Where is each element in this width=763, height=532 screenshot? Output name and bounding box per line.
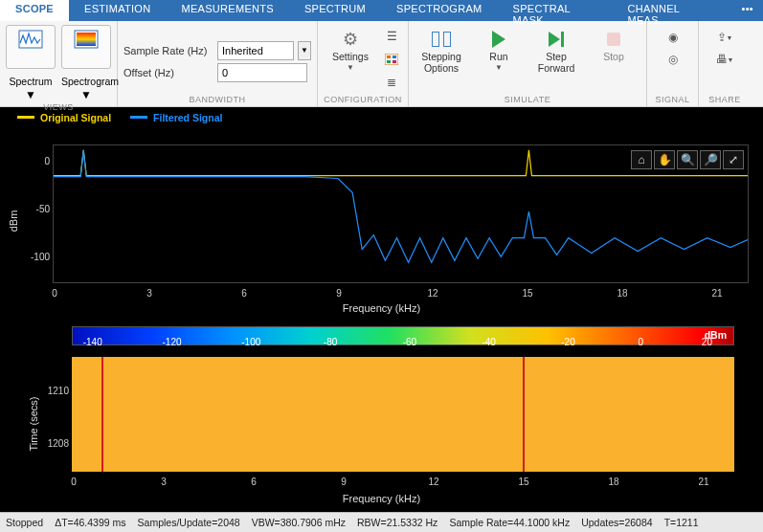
share-export-button[interactable]: ⇪ ▼	[714, 28, 735, 47]
status-rbw: RBW=21.5332 Hz	[357, 517, 438, 528]
group-simulate: Stepping Options Run ▼ Step Forward Stop…	[409, 21, 647, 106]
group-label-simulate: SIMULATE	[415, 94, 640, 106]
spectrum-view-label: Spectrum	[10, 76, 53, 87]
group-signal: ◉ ◎ SIGNAL	[647, 21, 699, 106]
legend-filtered: Filtered Signal	[130, 112, 222, 123]
zoomout-tool[interactable]: 🔎	[700, 150, 721, 169]
step-forward-button[interactable]: Step Forward	[529, 25, 583, 92]
chevron-down-icon[interactable]: ▼	[61, 88, 111, 101]
sample-rate-input[interactable]	[217, 41, 294, 60]
status-bar: Stopped ΔT=46.4399 ms Samples/Update=204…	[0, 512, 763, 532]
zoomin-tool[interactable]: 🔍	[677, 150, 698, 169]
tab-measurements[interactable]: MEASUREMENTS	[166, 0, 289, 21]
svg-rect-2	[77, 33, 96, 46]
svg-rect-4	[387, 55, 391, 58]
group-configuration: ⚙ Settings ▼ ☰ ≣ CONFIGURATION	[318, 21, 409, 106]
run-button[interactable]: Run ▼	[472, 25, 526, 92]
svg-rect-8	[72, 357, 734, 472]
spectrogram-xlabel: Frequency (kHz)	[0, 493, 763, 504]
stop-icon	[600, 29, 627, 50]
share-print-button[interactable]: 🖶 ▼	[714, 50, 735, 69]
group-label-signal: SIGNAL	[653, 94, 692, 106]
offset-input[interactable]	[217, 63, 307, 82]
signal-camera-button[interactable]: ◉	[662, 28, 684, 47]
spectrogram-icon	[73, 29, 100, 50]
spectrum-icon	[17, 29, 44, 50]
tab-spectrum[interactable]: SPECTRUM	[289, 0, 381, 21]
tab-spectral-mask[interactable]: SPECTRAL MASK	[498, 0, 613, 21]
chevron-down-icon: ▼	[347, 63, 354, 72]
colorbar-unit: dBm	[705, 329, 727, 341]
sample-rate-dropdown[interactable]: ▼	[298, 41, 311, 60]
status-vbw: VBW=380.7906 mHz	[252, 517, 346, 528]
status-updates: Updates=26084	[581, 517, 652, 528]
settings-button[interactable]: ⚙ Settings ▼	[324, 25, 377, 92]
offset-label: Offset (Hz)	[123, 67, 213, 78]
tab-spectrogram[interactable]: SPECTROGRAM	[381, 0, 497, 21]
colorbar: -140 -120 -100 -80 -60 -40 -20 0 20	[72, 326, 734, 345]
plot-area: dBm 0 -50 -100 Frequency (kHz) 0 3 6 9 1…	[0, 127, 763, 512]
spectrogram-ylabel: Time (secs)	[28, 396, 39, 451]
legend-bar: Original Signal Filtered Signal	[0, 107, 763, 127]
svg-rect-6	[387, 60, 391, 63]
status-spu: Samples/Update=2048	[138, 517, 240, 528]
list-config2-button[interactable]: ≣	[381, 73, 402, 92]
list-config-button[interactable]: ☰	[381, 27, 402, 46]
step-forward-icon	[543, 29, 570, 50]
stepping-icon	[428, 29, 455, 50]
svg-rect-3	[385, 54, 398, 65]
home-tool[interactable]: ⌂	[631, 150, 652, 169]
chevron-down-icon[interactable]: ▼	[6, 88, 56, 101]
signal-source-button[interactable]: ◎	[662, 50, 684, 69]
tab-estimation[interactable]: ESTIMATION	[69, 0, 166, 21]
pan-tool[interactable]: ✋	[654, 150, 675, 169]
group-bandwidth: Sample Rate (Hz) ▼ Offset (Hz) BANDWIDTH	[118, 21, 318, 106]
tab-more[interactable]: •••	[732, 0, 763, 21]
fit-tool[interactable]: ⤢	[723, 150, 744, 169]
plot-toolbar: ⌂ ✋ 🔍 🔎 ⤢	[631, 150, 744, 169]
play-icon	[485, 29, 512, 50]
spectrum-xlabel: Frequency (kHz)	[0, 302, 763, 314]
svg-rect-7	[393, 60, 396, 63]
spectrum-view-button[interactable]	[6, 25, 56, 69]
group-views: Spectrum▼ Spectrogram▼ VIEWS	[0, 21, 118, 106]
sample-rate-label: Sample Rate (Hz)	[123, 45, 213, 56]
spectrogram-image	[72, 357, 734, 472]
spectrum-plot[interactable]: dBm 0 -50 -100 Frequency (kHz) 0 3 6 9 1…	[0, 127, 763, 314]
palette-config-button[interactable]	[381, 50, 402, 69]
group-label-config: CONFIGURATION	[324, 94, 402, 106]
spectrogram-view-button[interactable]	[61, 25, 111, 69]
stop-button[interactable]: Stop	[587, 25, 640, 92]
toolbar: Spectrum▼ Spectrogram▼ VIEWS Sample Rate…	[0, 21, 763, 107]
status-dt: ΔT=46.4399 ms	[55, 517, 125, 528]
legend-swatch-original	[17, 116, 34, 119]
chevron-down-icon: ▼	[495, 63, 503, 72]
status-t: T=1211	[664, 517, 699, 528]
status-state: Stopped	[6, 517, 43, 528]
tab-channel-meas[interactable]: CHANNEL MEAS…	[613, 0, 732, 21]
group-label-bandwidth: BANDWIDTH	[123, 94, 311, 106]
spectrogram-view-label: Spectrogram	[61, 76, 119, 87]
ribbon-tabs: SCOPE ESTIMATION MEASUREMENTS SPECTRUM S…	[0, 0, 763, 21]
legend-swatch-filtered	[130, 116, 147, 119]
gear-icon: ⚙	[337, 29, 364, 50]
spectrum-ylabel: dBm	[8, 210, 19, 232]
legend-original: Original Signal	[17, 112, 111, 123]
group-label-share: SHARE	[705, 94, 745, 106]
svg-rect-5	[393, 55, 396, 58]
spectrogram-plot[interactable]: -140 -120 -100 -80 -60 -40 -20 0 20 dBm …	[0, 319, 763, 510]
status-sr: Sample Rate=44.1000 kHz	[449, 517, 570, 528]
stepping-options-button[interactable]: Stepping Options	[415, 25, 468, 92]
tab-scope[interactable]: SCOPE	[0, 0, 69, 21]
group-share: ⇪ ▼ 🖶 ▼ SHARE	[699, 21, 751, 106]
